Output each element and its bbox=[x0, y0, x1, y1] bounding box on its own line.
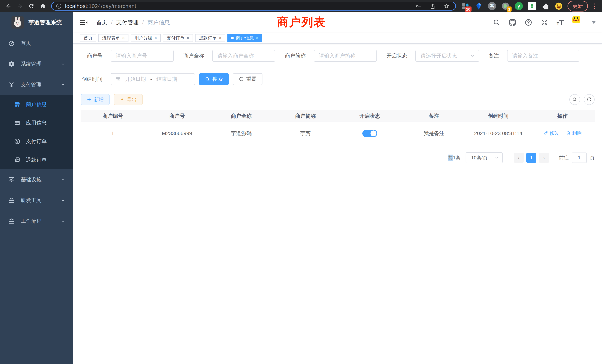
sidebar-collapse-icon[interactable] bbox=[79, 18, 88, 27]
page-size-value: 10条/页 bbox=[471, 155, 487, 161]
search-icon[interactable] bbox=[493, 19, 500, 26]
pagination-goto: 前往 页 bbox=[559, 152, 595, 163]
end-date-placeholder: 结束日期 bbox=[156, 76, 177, 83]
close-icon[interactable]: × bbox=[122, 35, 125, 41]
sidebar-item-pay-order[interactable]: 支付订单 bbox=[0, 132, 73, 151]
help-icon[interactable] bbox=[525, 19, 532, 26]
browser-forward-button[interactable] bbox=[15, 1, 25, 11]
browser-reload-button[interactable] bbox=[26, 1, 36, 11]
add-button[interactable]: 新增 bbox=[81, 94, 109, 105]
tab-label: 退款订单 bbox=[199, 35, 217, 41]
prev-page-button[interactable]: ‹ bbox=[514, 153, 524, 163]
chrome-update-button[interactable]: 更新 bbox=[568, 1, 588, 11]
sidebar-item-home[interactable]: 首页 bbox=[0, 33, 73, 54]
sidebar-item-infrastructure[interactable]: 基础设施 bbox=[0, 169, 73, 190]
toggle-search-button[interactable] bbox=[569, 94, 580, 105]
pikachu-avatar-image bbox=[572, 16, 580, 23]
extension-gem-icon[interactable] bbox=[474, 2, 483, 10]
sidebar-item-label: 支付订单 bbox=[26, 138, 47, 145]
toolbox-icon bbox=[8, 197, 15, 204]
sidebar-item-dev-tools[interactable]: 研发工具 bbox=[0, 190, 73, 211]
search-button[interactable]: 搜索 bbox=[199, 73, 229, 85]
extension-tabs-icon[interactable]: 10 bbox=[461, 2, 470, 10]
merchant-no-input[interactable] bbox=[111, 50, 174, 62]
status-select-placeholder: 请选择开启状态 bbox=[420, 52, 457, 59]
fullscreen-icon[interactable] bbox=[541, 19, 548, 26]
edit-link[interactable]: 修改 bbox=[543, 130, 559, 136]
site-info-icon[interactable] bbox=[56, 3, 62, 9]
page-1-button[interactable]: 1 bbox=[526, 153, 536, 163]
github-icon[interactable] bbox=[509, 19, 516, 26]
tab-user-group[interactable]: 用户分组× bbox=[131, 34, 161, 42]
extension-badge: 10 bbox=[465, 7, 472, 12]
close-icon[interactable]: × bbox=[154, 35, 157, 41]
next-page-button[interactable]: › bbox=[539, 153, 549, 163]
password-key-icon[interactable] bbox=[415, 3, 422, 9]
sidebar-item-label: 研发工具 bbox=[21, 197, 42, 204]
full-name-input[interactable] bbox=[212, 50, 275, 62]
url-bar[interactable]: localhost:1024/pay/merchant bbox=[51, 2, 456, 11]
breadcrumb-payment[interactable]: 支付管理 bbox=[116, 19, 139, 26]
avatar-dropdown-caret[interactable] bbox=[592, 21, 596, 24]
goto-page-input[interactable] bbox=[572, 152, 587, 163]
browser-home-button[interactable] bbox=[38, 1, 48, 11]
close-icon[interactable]: × bbox=[256, 35, 258, 41]
user-avatar[interactable] bbox=[572, 16, 586, 29]
tab-pay-order[interactable]: 支付订单× bbox=[163, 34, 193, 42]
green-doc-icon bbox=[529, 3, 535, 9]
tab-label: 用户分组 bbox=[134, 35, 152, 41]
font-size-icon[interactable]: TT bbox=[557, 19, 564, 26]
extension-command-icon[interactable]: ⌘ bbox=[488, 2, 496, 10]
sidebar-item-system[interactable]: 系统管理 bbox=[0, 54, 73, 74]
export-button[interactable]: 导出 bbox=[114, 94, 142, 105]
app-logo-row[interactable]: 芋道管理系统 bbox=[0, 12, 73, 33]
refresh-table-button[interactable] bbox=[584, 94, 595, 105]
sidebar-item-refund-order[interactable]: 退款订单 bbox=[0, 151, 73, 169]
cell-create-time: 2021-10-23 08:31:14 bbox=[466, 122, 530, 145]
goto-label: 前往 bbox=[559, 155, 569, 161]
tab-merchant-info[interactable]: 商户信息× bbox=[227, 34, 262, 42]
command-glyph: ⌘ bbox=[488, 2, 496, 10]
reset-button[interactable]: 重置 bbox=[233, 73, 262, 85]
tab-home[interactable]: 首页 bbox=[80, 34, 96, 42]
gem-icon bbox=[474, 2, 483, 10]
sidebar-item-workflow[interactable]: 工作流程 bbox=[0, 211, 73, 232]
remark-input[interactable] bbox=[507, 50, 579, 62]
remark-label: 备注 bbox=[488, 52, 499, 59]
filter-row-1: 商户号 商户全称 商户简称 开启状态 请选择开启状态 bbox=[81, 50, 595, 62]
total-suffix: 条 bbox=[456, 155, 460, 161]
status-select[interactable]: 请选择开启状态 bbox=[415, 50, 479, 62]
extension-y-icon[interactable]: y bbox=[515, 2, 523, 10]
close-icon[interactable]: × bbox=[187, 35, 189, 41]
extension-emoji-icon[interactable] bbox=[555, 2, 563, 10]
sidebar-item-merchant-info[interactable]: 商户信息 bbox=[0, 95, 73, 114]
bookmark-star-icon[interactable] bbox=[443, 3, 450, 9]
extension-badge: 1 bbox=[507, 7, 512, 12]
breadcrumb-home[interactable]: 首页 bbox=[96, 19, 107, 26]
short-name-input[interactable] bbox=[314, 50, 377, 62]
browser-menu-button[interactable]: ⋮ bbox=[590, 2, 599, 10]
page-size-select[interactable]: 10条/页 bbox=[466, 152, 503, 163]
col-short-name: 商户简称 bbox=[273, 110, 338, 122]
status-toggle[interactable] bbox=[362, 130, 377, 137]
sidebar: 芋道管理系统 首页 系统管理 支付管理 商户信息 bbox=[0, 12, 73, 364]
sidebar-item-payment[interactable]: 支付管理 bbox=[0, 74, 73, 95]
tag-tab-bar: 首页 流程表单× 用户分组× 支付订单× 退款订单× 商户信息× bbox=[73, 33, 602, 43]
table-header-row: 商户编号 商户号 商户全称 商户简称 开启状态 备注 创建时间 操作 bbox=[81, 110, 595, 122]
close-icon[interactable]: × bbox=[219, 35, 222, 41]
share-icon[interactable] bbox=[430, 3, 436, 9]
extension-puzzle-icon[interactable] bbox=[541, 2, 550, 10]
breadcrumb-separator: / bbox=[142, 19, 144, 26]
browser-back-button[interactable] bbox=[3, 1, 13, 11]
toolbox-icon bbox=[8, 218, 15, 225]
tab-refund-order[interactable]: 退款订单× bbox=[195, 34, 225, 42]
delete-link[interactable]: 删除 bbox=[566, 130, 582, 136]
header-actions: TT bbox=[493, 16, 596, 29]
extension-doc-icon[interactable] bbox=[528, 2, 536, 10]
extension-session-icon[interactable]: 1 bbox=[501, 2, 510, 10]
page-content: 商户号 商户全称 商户简称 开启状态 请选择开启状态 bbox=[73, 43, 602, 364]
create-time-range-picker[interactable]: 开始日期 - 结束日期 bbox=[111, 73, 195, 85]
tab-flow-form[interactable]: 流程表单× bbox=[98, 34, 129, 42]
sidebar-item-app-info[interactable]: 应用信息 bbox=[0, 114, 73, 132]
search-icon bbox=[205, 76, 210, 82]
